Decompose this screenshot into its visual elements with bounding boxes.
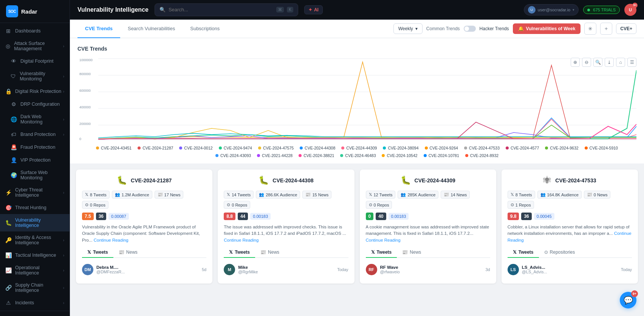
news-stat: 📰15 News — [302, 191, 331, 199]
page-title: Vulnerability Intelligence — [77, 6, 149, 13]
tweet-info: LS_Advis... @LS_Advis... — [522, 265, 547, 274]
card-tab-news[interactable]: 📰 News — [113, 247, 143, 258]
zoom-out-button[interactable]: ⊖ — [582, 58, 591, 67]
legend-dot — [299, 154, 302, 157]
scores-row: 9.8 36 0.00045 — [508, 213, 632, 220]
download-button[interactable]: ⤓ — [605, 58, 614, 67]
chevron-icon: › — [63, 44, 64, 48]
chevron-icon: › — [63, 74, 64, 79]
sunburst-button[interactable]: ✳ — [584, 23, 596, 35]
sidebar-item-tactical-intel[interactable]: 📊Tactical Intelligence › — [0, 249, 70, 262]
card-tab-news[interactable]: 📰 News — [255, 247, 285, 258]
legend-dot — [340, 154, 343, 157]
zoom-in-button[interactable]: ⊕ — [571, 58, 580, 67]
legend-item: CVE-2024-4577 — [506, 146, 539, 150]
epss-score: 40 — [376, 213, 386, 220]
tabs-bar: CVE Trends Search Vulnerabilities Subscr… — [70, 20, 644, 38]
legend-dot — [258, 146, 261, 150]
news-tab-icon: 📰 — [260, 250, 266, 255]
card-tab-tweets[interactable]: 𝕏 Tweets — [366, 247, 397, 258]
chart-container: ⊕ ⊖ 🔍 ⤓ ⌂ ☰ 0 200000 400000 600000 80000… — [77, 58, 636, 156]
card-tab-tweets[interactable]: 𝕏 Tweets — [82, 247, 113, 258]
read-more-link[interactable]: Continue Reading — [366, 238, 401, 242]
tweet-username: LS_Advis... — [522, 265, 547, 270]
sidebar-item-brand-protection[interactable]: 🏷Brand Protection › — [0, 128, 70, 141]
sidebar-item-dashboards[interactable]: ⊞Dashboards — [0, 25, 70, 37]
spider-icon: 🕷 — [543, 176, 551, 185]
sidebar-item-label: Tactical Intelligence — [15, 253, 56, 258]
cvss-small: 0.00087 — [108, 213, 129, 220]
tab-search-vulnerabilities[interactable]: Search Vulnerabilities — [120, 20, 183, 38]
sidebar-item-supply-chain[interactable]: 🔗Supply Chain Intelligence › — [0, 279, 70, 296]
weekly-dropdown[interactable]: Weekly ▾ — [393, 23, 423, 34]
vulnerabilities-of-week-button[interactable]: 🔔 Vulnerabilities of Week — [513, 23, 581, 34]
card-tab-repos[interactable]: ⊙ Repositories — [539, 247, 581, 258]
cvss-small: 0.00183 — [250, 213, 271, 220]
ai-button[interactable]: ✦ AI — [304, 5, 323, 14]
sidebar-item-dark-web[interactable]: 🌐Dark Web Monitoring › — [0, 111, 70, 128]
tweet-avatar: DM — [82, 264, 93, 275]
legend-dot — [300, 146, 303, 150]
user-avatar[interactable]: U 9+ — [624, 4, 636, 16]
chevron-icon: › — [63, 117, 64, 122]
sidebar-item-surface-web[interactable]: 🌍Surface Web Monitoring — [0, 166, 70, 184]
hacker-trends-toggle[interactable] — [464, 26, 476, 32]
card-description: A cookie management issue was addressed … — [366, 224, 490, 244]
sidebar-item-cyber-threat[interactable]: ⚡Cyber Threat Intelligence › — [0, 184, 70, 201]
tweets-stat: 𝕏14 Tweets — [224, 191, 254, 199]
legend-dot — [506, 146, 509, 150]
digital-risk-icon: 🔒 — [5, 88, 11, 94]
menu-button[interactable]: ☰ — [627, 58, 636, 67]
read-more-link[interactable]: Continue Reading — [94, 238, 128, 242]
chevron-icon: › — [63, 89, 64, 94]
tweets-stat: 𝕏8 Tweets — [82, 191, 110, 199]
user-name: user@socradar.io — [538, 8, 570, 12]
tweet-info: Debra M.... @DMFezzaR... — [96, 265, 125, 274]
legend-item: CVE-2024-9474 — [219, 146, 252, 150]
audience-icon: 👥 — [540, 192, 546, 197]
sidebar-item-vuln-monitoring[interactable]: 🛡Vulnerability Monitoring › — [0, 68, 70, 85]
legend-dot — [215, 154, 218, 157]
read-more-link[interactable]: Continue Reading — [224, 238, 259, 242]
sidebar-item-digital-footprint[interactable]: 👁Digital Footprint — [0, 55, 70, 68]
user-chip[interactable]: U user@socradar.io ▾ — [524, 4, 579, 15]
sidebar-item-vulnerability-intel[interactable]: 🐛Vulnerability Intelligence — [0, 214, 70, 231]
card-stats: 𝕏14 Tweets 👥286.6K Audience 📰15 News ⊙0 … — [224, 191, 348, 209]
sidebar-item-identity-access[interactable]: 🔑Identity & Access Intelligence › — [0, 231, 70, 249]
card-tab-tweets[interactable]: 𝕏 Tweets — [224, 247, 255, 258]
card-tab-news[interactable]: 📰 News — [397, 247, 426, 258]
sidebar-item-drp-config[interactable]: ⚙DRP Configuration — [0, 98, 70, 111]
cve-cards-section: 🐛 CVE-2024-21287 𝕏8 Tweets 👥1.2M Audienc… — [70, 163, 644, 290]
sidebar-item-label: Digital Risk Protection — [15, 89, 61, 94]
cve-plus-button[interactable]: CVE+ — [616, 23, 636, 34]
card-stats: 𝕏12 Tweets 👥285K Audience 📰14 News ⊙0 Re… — [366, 191, 490, 209]
legend-item: CVE-2024-8932 — [465, 153, 498, 158]
search-bar[interactable]: 🔍 ⌘ K — [155, 3, 298, 16]
card-tab-tweets[interactable]: 𝕏 Tweets — [508, 247, 539, 258]
home-button[interactable]: ⌂ — [616, 58, 625, 67]
tab-subscriptions[interactable]: Subscriptions — [183, 20, 227, 38]
zoom-fit-icon: 🔍 — [595, 60, 601, 65]
news-stat: 📰17 News — [155, 191, 184, 199]
sidebar-item-reports[interactable]: 📄Reports — [0, 313, 70, 316]
zoom-fit-button[interactable]: 🔍 — [593, 58, 602, 67]
sidebar-item-attack-surface[interactable]: ◎Attack Surface Management › — [0, 37, 70, 55]
sidebar-item-incidents[interactable]: ⚠Incidents › — [0, 296, 70, 309]
tab-cve-trends[interactable]: CVE Trends — [77, 20, 120, 38]
vuln-monitoring-icon: 🛡 — [11, 73, 16, 79]
sidebar-item-vip-protection[interactable]: 👤VIP Protection — [0, 154, 70, 166]
tweet-row: RF RF Wave @rfwaveio 3d — [366, 262, 490, 277]
chevron-icon: › — [63, 238, 64, 242]
tweet-row: DM Debra M.... @DMFezzaR... 5d — [82, 262, 206, 277]
sidebar-item-threat-hunting[interactable]: 🎯Threat Hunting — [0, 201, 70, 214]
sidebar-item-operational-intel[interactable]: 📈Operational Intelligence › — [0, 262, 70, 279]
sidebar-item-fraud-protection[interactable]: 🚨Fraud Protection — [0, 141, 70, 154]
scores-row: 0 40 0.00183 — [366, 213, 490, 220]
search-input[interactable] — [169, 7, 273, 12]
repos-stat: ⊙0 Repos — [366, 201, 392, 209]
status-label: 675 TRIALS — [593, 8, 616, 12]
add-button[interactable]: ＋ — [600, 23, 612, 35]
audience-stat: 👥1.2M Audience — [112, 191, 152, 199]
chat-button[interactable]: 💬 9+ — [620, 292, 636, 308]
sidebar-item-digital-risk[interactable]: 🔒Digital Risk Protection › — [0, 85, 70, 98]
